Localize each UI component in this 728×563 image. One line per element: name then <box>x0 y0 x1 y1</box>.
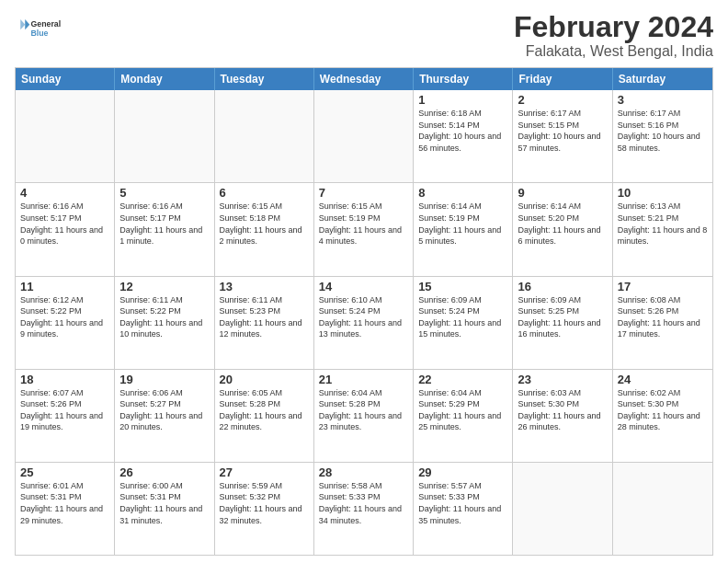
header-day-wednesday: Wednesday <box>314 68 414 90</box>
day-info: Sunrise: 6:11 AMSunset: 5:22 PMDaylight:… <box>119 294 209 340</box>
day-info: Sunrise: 6:01 AMSunset: 5:31 PMDaylight:… <box>20 480 109 526</box>
calendar-cell: 3 Sunrise: 6:17 AMSunset: 5:16 PMDayligh… <box>613 90 712 182</box>
calendar-cell <box>215 90 314 182</box>
day-number: 20 <box>220 373 309 386</box>
header-day-friday: Friday <box>513 68 612 90</box>
day-number: 5 <box>119 186 209 200</box>
calendar-cell: 13 Sunrise: 6:11 AMSunset: 5:23 PMDaylig… <box>215 277 314 369</box>
calendar-cell: 2 Sunrise: 6:17 AMSunset: 5:15 PMDayligh… <box>513 90 612 182</box>
day-number: 6 <box>220 186 309 200</box>
day-number: 22 <box>418 373 507 386</box>
day-number: 4 <box>20 186 109 200</box>
day-info: Sunrise: 6:15 AMSunset: 5:19 PMDaylight:… <box>319 201 408 247</box>
day-number: 25 <box>20 465 109 479</box>
calendar-cell: 20 Sunrise: 6:05 AMSunset: 5:28 PMDaylig… <box>215 370 314 462</box>
calendar-cell <box>613 463 712 555</box>
day-info: Sunrise: 6:02 AMSunset: 5:30 PMDaylight:… <box>618 387 708 433</box>
day-info: Sunrise: 6:04 AMSunset: 5:29 PMDaylight:… <box>418 387 507 433</box>
day-number: 2 <box>518 93 607 107</box>
day-info: Sunrise: 6:14 AMSunset: 5:20 PMDaylight:… <box>518 201 607 247</box>
calendar-cell: 28 Sunrise: 5:58 AMSunset: 5:33 PMDaylig… <box>314 463 414 555</box>
day-info: Sunrise: 6:09 AMSunset: 5:24 PMDaylight:… <box>418 294 507 340</box>
day-number: 18 <box>20 373 109 386</box>
day-number: 3 <box>618 93 708 107</box>
day-info: Sunrise: 6:15 AMSunset: 5:18 PMDaylight:… <box>220 201 309 247</box>
calendar-cell: 26 Sunrise: 6:00 AMSunset: 5:31 PMDaylig… <box>115 463 214 555</box>
day-number: 16 <box>518 280 607 293</box>
day-info: Sunrise: 6:17 AMSunset: 5:16 PMDaylight:… <box>618 108 708 154</box>
day-number: 21 <box>319 373 408 386</box>
calendar-cell <box>16 90 115 182</box>
day-info: Sunrise: 6:16 AMSunset: 5:17 PMDaylight:… <box>20 201 109 247</box>
svg-text:Blue: Blue <box>31 29 49 38</box>
calendar-cell: 25 Sunrise: 6:01 AMSunset: 5:31 PMDaylig… <box>16 463 115 555</box>
page-header: General Blue February 2024 Falakata, Wes… <box>15 11 713 60</box>
calendar-cell <box>314 90 414 182</box>
day-info: Sunrise: 6:13 AMSunset: 5:21 PMDaylight:… <box>618 201 708 247</box>
day-info: Sunrise: 6:12 AMSunset: 5:22 PMDaylight:… <box>20 294 109 340</box>
calendar-cell: 15 Sunrise: 6:09 AMSunset: 5:24 PMDaylig… <box>414 277 513 369</box>
calendar-cell: 27 Sunrise: 5:59 AMSunset: 5:32 PMDaylig… <box>215 463 314 555</box>
day-number: 27 <box>220 465 309 479</box>
day-number: 9 <box>518 186 607 200</box>
calendar-cell <box>513 463 612 555</box>
calendar-cell: 11 Sunrise: 6:12 AMSunset: 5:22 PMDaylig… <box>16 277 115 369</box>
day-number: 23 <box>518 373 607 386</box>
day-number: 15 <box>418 280 507 293</box>
calendar-cell: 29 Sunrise: 5:57 AMSunset: 5:33 PMDaylig… <box>414 463 513 555</box>
svg-marker-2 <box>25 19 29 29</box>
calendar-cell <box>115 90 214 182</box>
day-number: 17 <box>618 280 708 293</box>
calendar-week-1: 1 Sunrise: 6:18 AMSunset: 5:14 PMDayligh… <box>16 90 712 183</box>
calendar-week-2: 4 Sunrise: 6:16 AMSunset: 5:17 PMDayligh… <box>16 183 712 276</box>
day-info: Sunrise: 6:04 AMSunset: 5:28 PMDaylight:… <box>319 387 408 433</box>
day-info: Sunrise: 6:08 AMSunset: 5:26 PMDaylight:… <box>618 294 708 340</box>
calendar-cell: 14 Sunrise: 6:10 AMSunset: 5:24 PMDaylig… <box>314 277 414 369</box>
day-info: Sunrise: 6:03 AMSunset: 5:30 PMDaylight:… <box>518 387 607 433</box>
day-number: 26 <box>119 465 209 479</box>
calendar-cell: 24 Sunrise: 6:02 AMSunset: 5:30 PMDaylig… <box>613 370 712 462</box>
day-info: Sunrise: 5:59 AMSunset: 5:32 PMDaylight:… <box>220 480 309 526</box>
day-number: 7 <box>319 186 408 200</box>
calendar-cell: 7 Sunrise: 6:15 AMSunset: 5:19 PMDayligh… <box>314 183 414 275</box>
calendar: SundayMondayTuesdayWednesdayThursdayFrid… <box>15 67 713 556</box>
day-number: 14 <box>319 280 408 293</box>
title-block: February 2024 Falakata, West Bengal, Ind… <box>514 11 713 60</box>
svg-marker-3 <box>20 19 25 29</box>
svg-text:General: General <box>31 19 62 29</box>
calendar-cell: 10 Sunrise: 6:13 AMSunset: 5:21 PMDaylig… <box>613 183 712 275</box>
calendar-week-5: 25 Sunrise: 6:01 AMSunset: 5:31 PMDaylig… <box>16 463 712 555</box>
logo-icon: General Blue <box>15 11 61 48</box>
header-day-tuesday: Tuesday <box>215 68 314 90</box>
calendar-cell: 17 Sunrise: 6:08 AMSunset: 5:26 PMDaylig… <box>613 277 712 369</box>
calendar-cell: 5 Sunrise: 6:16 AMSunset: 5:17 PMDayligh… <box>115 183 214 275</box>
calendar-week-3: 11 Sunrise: 6:12 AMSunset: 5:22 PMDaylig… <box>16 277 712 370</box>
day-number: 29 <box>418 465 507 479</box>
calendar-cell: 4 Sunrise: 6:16 AMSunset: 5:17 PMDayligh… <box>16 183 115 275</box>
day-number: 28 <box>319 465 408 479</box>
calendar-body: 1 Sunrise: 6:18 AMSunset: 5:14 PMDayligh… <box>16 90 712 555</box>
day-info: Sunrise: 6:16 AMSunset: 5:17 PMDaylight:… <box>119 201 209 247</box>
day-info: Sunrise: 6:11 AMSunset: 5:23 PMDaylight:… <box>220 294 309 340</box>
calendar-week-4: 18 Sunrise: 6:07 AMSunset: 5:26 PMDaylig… <box>16 370 712 463</box>
day-info: Sunrise: 6:10 AMSunset: 5:24 PMDaylight:… <box>319 294 408 340</box>
calendar-cell: 16 Sunrise: 6:09 AMSunset: 5:25 PMDaylig… <box>513 277 612 369</box>
day-number: 11 <box>20 280 109 293</box>
page-subtitle: Falakata, West Bengal, India <box>514 43 713 60</box>
day-info: Sunrise: 6:05 AMSunset: 5:28 PMDaylight:… <box>220 387 309 433</box>
day-number: 24 <box>618 373 708 386</box>
calendar-cell: 9 Sunrise: 6:14 AMSunset: 5:20 PMDayligh… <box>513 183 612 275</box>
header-day-monday: Monday <box>115 68 214 90</box>
calendar-cell: 18 Sunrise: 6:07 AMSunset: 5:26 PMDaylig… <box>16 370 115 462</box>
page-title: February 2024 <box>514 11 713 43</box>
day-number: 10 <box>618 186 708 200</box>
calendar-cell: 22 Sunrise: 6:04 AMSunset: 5:29 PMDaylig… <box>414 370 513 462</box>
calendar-cell: 8 Sunrise: 6:14 AMSunset: 5:19 PMDayligh… <box>414 183 513 275</box>
day-info: Sunrise: 5:57 AMSunset: 5:33 PMDaylight:… <box>418 480 507 526</box>
logo: General Blue <box>15 11 61 48</box>
calendar-cell: 19 Sunrise: 6:06 AMSunset: 5:27 PMDaylig… <box>115 370 214 462</box>
day-number: 19 <box>119 373 209 386</box>
calendar-header: SundayMondayTuesdayWednesdayThursdayFrid… <box>16 68 712 90</box>
header-day-sunday: Sunday <box>16 68 115 90</box>
day-info: Sunrise: 5:58 AMSunset: 5:33 PMDaylight:… <box>319 480 408 526</box>
